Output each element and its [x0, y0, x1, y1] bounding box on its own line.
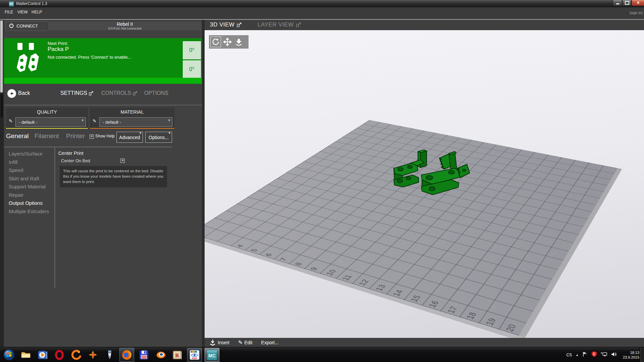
edit-pencil-icon[interactable]: ✎ [9, 118, 13, 124]
taskbar-explorer-app[interactable] [19, 348, 33, 362]
advanced-button[interactable]: Advanced ▼ [116, 132, 143, 143]
category-skirt-and-raft[interactable]: Skirt and Raft [5, 175, 54, 183]
show-desktop-button[interactable] [639, 347, 644, 362]
extruder-temperature[interactable]: 0° [183, 41, 201, 59]
category-layers-surface[interactable]: Layers/Surface [5, 150, 54, 158]
connection-message: Not connected. Press 'Connect' to enable… [48, 55, 131, 60]
mattercontrol-window: MC MatterControl 1.3 ✕ FILE VIEW HELP (s… [0, 0, 644, 362]
back-label[interactable]: Back [18, 90, 30, 96]
section-title: Center Print [58, 150, 84, 156]
system-tray: CS ▲ C 18:13 23.9.2015 [566, 347, 639, 362]
taskbar-floppy-app[interactable] [137, 348, 151, 362]
taskbar-pdf-viewer-app[interactable]: PDF [187, 348, 202, 362]
menu-bar: FILE VIEW HELP (sign in) [0, 7, 644, 19]
next-print-label: Next Print: [48, 41, 68, 46]
back-arrow-icon [9, 91, 14, 96]
menu-file[interactable]: FILE [5, 10, 13, 14]
taskbar-clock[interactable]: 18:13 23.9.2015 [623, 350, 639, 360]
taskbar-blender-app[interactable] [154, 348, 168, 362]
separator [4, 105, 202, 105]
clock-date: 23.9.2015 [623, 355, 639, 360]
taskbar-repetier-app[interactable]: R [170, 348, 184, 362]
edit-pencil-icon[interactable]: ✎ [93, 118, 97, 124]
scale-tool-button[interactable] [234, 37, 244, 47]
settings-category-list: Layers/SurfaceInfillSpeedSkirt and RaftS… [5, 150, 54, 216]
taskbar-opera-app[interactable] [52, 348, 66, 362]
viewport-3d[interactable]: 4567891011121314151617181920 [205, 30, 644, 338]
external-link-icon [133, 91, 137, 96]
category-speed[interactable]: Speed [5, 166, 54, 175]
tab-controls[interactable]: CONTROLS [101, 90, 137, 96]
quality-label: QUALITY [6, 109, 88, 115]
quality-preset: QUALITY ✎ - default - ▼ [6, 108, 88, 129]
printer-header[interactable]: Rebel II STATUS: Not Connected [48, 21, 202, 31]
tab-settings[interactable]: SETTINGS [60, 90, 93, 96]
category-repair[interactable]: Repair [5, 191, 54, 199]
print-model[interactable] [388, 148, 471, 201]
separator [4, 147, 172, 147]
left-scrollbar[interactable] [0, 20, 3, 347]
show-help-label: Show Help [95, 134, 115, 138]
category-infill[interactable]: Infill [5, 158, 54, 167]
close-button[interactable]: ✕ [632, 0, 644, 6]
bed-temperature[interactable]: 0° [183, 60, 201, 78]
tab-3d-view[interactable]: 3D VIEW [210, 21, 241, 28]
material-preset: MATERIAL ✎ - default - ▼ [90, 108, 174, 129]
minimize-button[interactable] [613, 0, 622, 6]
export-button[interactable]: Export... [261, 340, 279, 345]
scrollbar-thumb[interactable] [0, 20, 3, 93]
printer-status: STATUS: Not Connected [108, 27, 141, 30]
taskbar-downloader-app[interactable] [69, 348, 83, 362]
taskbar-media-player-app[interactable] [36, 348, 50, 362]
clock-time: 18:13 [623, 350, 639, 355]
edit-button[interactable]: ✎ Edit [238, 339, 253, 346]
show-help-checkbox[interactable] [90, 134, 94, 139]
taskbar-start-button[interactable] [2, 348, 16, 362]
connect-button[interactable]: CONNECT [5, 21, 49, 31]
sign-in-link[interactable]: (sign in) [630, 11, 643, 15]
volume-icon[interactable] [611, 352, 617, 358]
taskbar-firefox-app[interactable] [119, 348, 134, 362]
app-icon: MC [9, 1, 14, 7]
tab-layer-view[interactable]: LAYER VIEW [258, 21, 301, 28]
action-center-flag-icon[interactable] [582, 352, 588, 358]
insert-button[interactable]: Insert [209, 339, 229, 346]
category-output-options[interactable]: Output Options [5, 199, 54, 207]
window-title: MatterControl 1.3 [16, 1, 47, 6]
network-icon[interactable] [601, 351, 607, 358]
view-tool-tray [209, 35, 249, 49]
taskbar-pen-tool-app[interactable] [103, 348, 117, 362]
svg-text:R: R [175, 353, 179, 358]
material-dropdown[interactable]: - default - ▼ [99, 117, 172, 127]
move-tool-button[interactable] [222, 37, 232, 47]
chevron-down-icon: ▼ [168, 119, 171, 122]
separator [55, 147, 55, 288]
next-print-panel: Next Print: Packa P Not connected. Press… [4, 38, 202, 84]
svg-text:PDF: PDF [192, 357, 197, 360]
tab-options[interactable]: OPTIONS [144, 90, 168, 96]
nav-row: Back SETTINGS CONTROLS OPTIONS [4, 84, 202, 105]
rotate-tool-button[interactable] [210, 37, 221, 47]
menu-help[interactable]: HELP [32, 10, 42, 14]
title-bar[interactable]: MC MatterControl 1.3 ✕ [0, 0, 644, 7]
options-button[interactable]: Options... ▼ [145, 132, 172, 143]
taskbar-mattercontrol-app[interactable]: MC [205, 348, 219, 362]
taskbar-xnview-app[interactable] [86, 348, 100, 362]
menu-view[interactable]: VIEW [17, 10, 28, 14]
tab-printer[interactable]: Printer [66, 132, 85, 140]
quality-dropdown[interactable]: - default - ▼ [15, 117, 86, 127]
language-indicator[interactable]: CS [566, 353, 572, 357]
back-button[interactable] [7, 89, 16, 98]
antivirus-shield-icon[interactable]: C [591, 351, 597, 358]
tab-general[interactable]: General [6, 132, 29, 140]
maximize-button[interactable] [622, 0, 632, 6]
center-on-bed-checkbox[interactable] [120, 159, 125, 163]
category-multiple-extruders[interactable]: Multiple Extruders [5, 207, 54, 216]
category-support-material[interactable]: Support Material [5, 183, 54, 191]
tab-filament[interactable]: Filament [35, 132, 59, 140]
external-link-icon [89, 91, 93, 96]
chevron-down-icon: ▼ [81, 119, 84, 122]
quality-accent [6, 128, 88, 129]
setting-help-text: This will cause the print to be centered… [60, 166, 167, 187]
hidden-icons-arrow[interactable]: ▲ [576, 353, 579, 357]
